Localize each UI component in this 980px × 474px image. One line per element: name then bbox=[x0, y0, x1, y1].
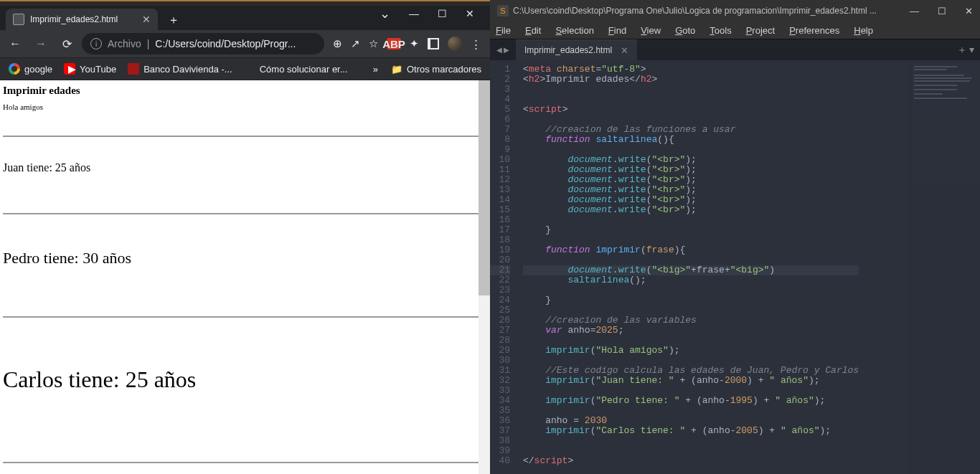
code-area[interactable]: <meta charset="utf-8"><h2>Imprimir edade… bbox=[516, 60, 859, 474]
code-line[interactable] bbox=[523, 406, 859, 416]
code-line[interactable] bbox=[523, 446, 859, 456]
code-line[interactable]: imprimir("Hola amigos"); bbox=[523, 346, 859, 356]
scrollbar-thumb[interactable] bbox=[479, 80, 490, 295]
share-icon[interactable]: ↗ bbox=[351, 37, 360, 50]
minimize-icon[interactable]: — bbox=[409, 8, 419, 19]
code-line[interactable]: var anho=2025; bbox=[523, 326, 859, 336]
close-icon[interactable]: ✕ bbox=[965, 6, 973, 16]
code-line[interactable] bbox=[523, 285, 859, 295]
code-line[interactable]: imprimir("Pedro tiene: " + (anho-1995) +… bbox=[523, 396, 859, 406]
code-line[interactable]: <meta charset="utf-8"> bbox=[523, 65, 859, 75]
gutter-line[interactable]: 14 bbox=[490, 195, 510, 205]
gutter-line[interactable]: 18 bbox=[490, 235, 510, 245]
code-line[interactable]: </script> bbox=[523, 456, 859, 466]
menu-item-edit[interactable]: Edit bbox=[525, 25, 541, 36]
bookmark-star-icon[interactable]: ☆ bbox=[369, 37, 378, 50]
code-line[interactable] bbox=[523, 95, 859, 105]
gutter-line[interactable]: 9 bbox=[490, 145, 510, 155]
gutter-line[interactable]: 13 bbox=[490, 185, 510, 195]
line-gutter[interactable]: 1234567891011121314151617181920212223242… bbox=[490, 60, 516, 474]
gutter-line[interactable]: 22 bbox=[490, 275, 510, 285]
gutter-line[interactable]: 5 bbox=[490, 105, 510, 115]
gutter-line[interactable]: 20 bbox=[490, 255, 510, 265]
file-tab[interactable]: Imprimir_edades2.html ✕ bbox=[516, 39, 637, 60]
bookmark-google[interactable]: google bbox=[6, 63, 55, 75]
bookmark-ms[interactable]: Cómo solucionar er... bbox=[241, 63, 351, 75]
code-line[interactable] bbox=[523, 255, 859, 265]
code-line[interactable] bbox=[523, 386, 859, 396]
nav-forward-button[interactable]: → bbox=[30, 33, 52, 54]
menu-item-file[interactable]: File bbox=[496, 25, 511, 36]
menu-item-selection[interactable]: Selection bbox=[555, 25, 593, 36]
code-line[interactable] bbox=[523, 356, 859, 366]
code-line[interactable]: function imprimir(frase){ bbox=[523, 245, 859, 255]
gutter-line[interactable]: 19 bbox=[490, 245, 510, 255]
tab-add-dropdown[interactable]: ＋ ▾ bbox=[951, 39, 980, 60]
code-line[interactable]: } bbox=[523, 225, 859, 235]
gutter-line[interactable]: 32 bbox=[490, 376, 510, 386]
scrollbar-track[interactable] bbox=[479, 80, 490, 474]
gutter-line[interactable]: 24 bbox=[490, 295, 510, 305]
code-line[interactable]: document.write("<hr>"); bbox=[523, 185, 859, 195]
menu-item-preferences[interactable]: Preferences bbox=[789, 25, 839, 36]
code-line[interactable] bbox=[523, 305, 859, 316]
gutter-line[interactable]: 11 bbox=[490, 165, 510, 175]
gutter-line[interactable]: 36 bbox=[490, 416, 510, 426]
code-line[interactable] bbox=[523, 145, 859, 155]
gutter-line[interactable]: 1 bbox=[490, 65, 510, 75]
address-bar[interactable]: i Archivo | C:/Users/coind/Desktop/Progr… bbox=[82, 33, 324, 54]
menu-item-goto[interactable]: Goto bbox=[675, 25, 695, 36]
gutter-line[interactable]: 15 bbox=[490, 205, 510, 215]
code-line[interactable]: //creacion de las variables bbox=[523, 316, 859, 326]
tab-close-icon[interactable]: ✕ bbox=[621, 45, 628, 56]
gutter-line[interactable]: 25 bbox=[490, 305, 510, 316]
code-line[interactable] bbox=[523, 215, 859, 225]
nav-reload-button[interactable]: ⟳ bbox=[56, 33, 77, 54]
zoom-icon[interactable]: ⊕ bbox=[333, 37, 342, 50]
gutter-line[interactable]: 6 bbox=[490, 115, 510, 125]
code-line[interactable] bbox=[523, 235, 859, 245]
profile-avatar-icon[interactable] bbox=[448, 37, 462, 51]
gutter-line[interactable]: 28 bbox=[490, 336, 510, 346]
code-line[interactable]: //Este codigo calcula las edades de Juan… bbox=[523, 366, 859, 376]
tab-close-icon[interactable]: ✕ bbox=[142, 14, 151, 25]
gutter-line[interactable]: 16 bbox=[490, 215, 510, 225]
gutter-line[interactable]: 17 bbox=[490, 225, 510, 235]
minimize-icon[interactable]: — bbox=[910, 6, 919, 16]
code-line[interactable]: anho = 2030 bbox=[523, 416, 859, 426]
adblock-icon[interactable]: ABP bbox=[387, 38, 401, 49]
gutter-line[interactable]: 4 bbox=[490, 95, 510, 105]
gutter-line[interactable]: 10 bbox=[490, 155, 510, 165]
gutter-line[interactable]: 38 bbox=[490, 436, 510, 446]
other-bookmarks-folder[interactable]: 📁 Otros marcadores bbox=[388, 64, 484, 75]
gutter-line[interactable]: 23 bbox=[490, 285, 510, 295]
maximize-icon[interactable]: ☐ bbox=[438, 8, 447, 19]
code-line[interactable]: document.write("<br>"); bbox=[523, 195, 859, 205]
gutter-line[interactable]: 21 bbox=[490, 265, 510, 275]
sidepanel-icon[interactable] bbox=[428, 38, 439, 49]
code-line[interactable]: document.write("<br>"); bbox=[523, 205, 859, 215]
gutter-line[interactable]: 7 bbox=[490, 125, 510, 135]
maximize-icon[interactable]: ☐ bbox=[938, 6, 946, 16]
menu-item-project[interactable]: Project bbox=[746, 25, 775, 36]
gutter-line[interactable]: 30 bbox=[490, 356, 510, 366]
menu-item-find[interactable]: Find bbox=[608, 25, 626, 36]
gutter-line[interactable]: 8 bbox=[490, 135, 510, 145]
code-line[interactable]: document.write("<br>"); bbox=[523, 155, 859, 165]
code-editor[interactable]: 1234567891011121314151617181920212223242… bbox=[490, 60, 980, 474]
extensions-icon[interactable]: ✦ bbox=[410, 37, 419, 50]
bookmark-youtube[interactable]: YouTube bbox=[61, 63, 119, 75]
chevron-down-icon[interactable] bbox=[380, 6, 390, 22]
code-line[interactable] bbox=[523, 115, 859, 125]
gutter-line[interactable]: 37 bbox=[490, 426, 510, 436]
page-viewport[interactable]: Imprimir edades Hola amigos Juan tiene: … bbox=[0, 80, 490, 474]
gutter-line[interactable]: 27 bbox=[490, 326, 510, 336]
nav-back-button[interactable]: ← bbox=[4, 33, 26, 54]
gutter-line[interactable]: 40 bbox=[490, 456, 510, 466]
browser-tab[interactable]: Imprimir_edades2.html ✕ bbox=[6, 9, 158, 30]
menu-item-view[interactable]: View bbox=[641, 25, 661, 36]
gutter-line[interactable]: 3 bbox=[490, 85, 510, 95]
menu-item-tools[interactable]: Tools bbox=[710, 25, 731, 36]
code-line[interactable]: imprimir("Carlos tiene: " + (anho-2005) … bbox=[523, 426, 859, 436]
code-line[interactable]: } bbox=[523, 295, 859, 305]
